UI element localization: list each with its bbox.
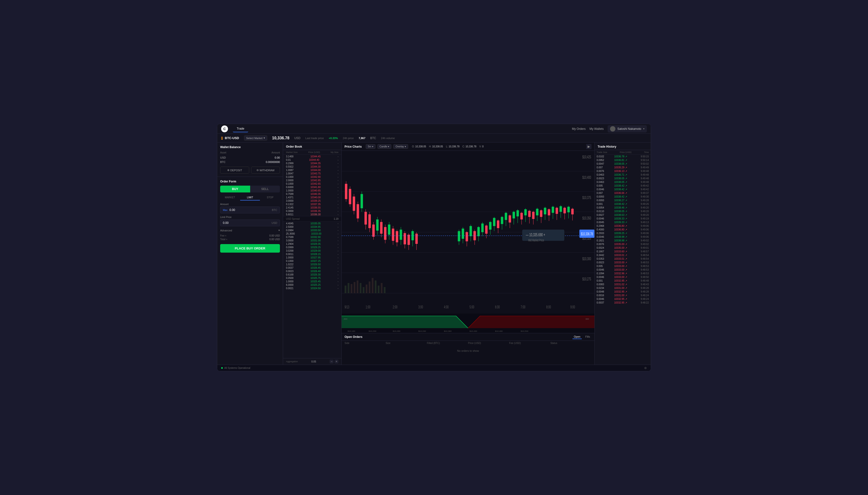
table-row[interactable]: 25.300010333.00- xyxy=(283,232,341,235)
app-logo[interactable]: C xyxy=(221,125,228,132)
select-market-btn[interactable]: Select Market ▾ xyxy=(244,135,267,140)
amount-input[interactable] xyxy=(229,208,272,212)
table-row[interactable]: 2.000010342.85- xyxy=(283,178,341,182)
table-row[interactable]: 0.099910329.25- xyxy=(283,245,341,249)
place-buy-order-button[interactable]: PLACE BUY ORDER xyxy=(220,244,280,253)
sell-tab[interactable]: SELL xyxy=(250,186,280,192)
svg-rect-107 xyxy=(512,212,515,219)
order-book-panel: Order Book Market Size Price (USD) My Si… xyxy=(283,142,342,365)
trade-time: 9:48:24 xyxy=(637,294,649,297)
trade-price: 10335.00 ↗ xyxy=(614,246,633,249)
table-row[interactable]: 1.000010325.45- xyxy=(283,280,341,283)
table-row[interactable]: 1.000010327.95- xyxy=(283,256,341,259)
wallet-amount-usd: 0.00 xyxy=(275,156,280,159)
trade-price: 10338.46 ↗ xyxy=(614,206,633,209)
table-row[interactable]: 3.026810329.00- xyxy=(283,249,341,252)
table-row[interactable]: 0.100010327.25- xyxy=(283,259,341,262)
buy-tab[interactable]: BUY xyxy=(220,186,250,192)
table-row[interactable]: 0.299910344.35- xyxy=(283,161,341,165)
my-wallets-link[interactable]: My Wallets xyxy=(590,127,604,131)
withdraw-button[interactable]: ⊖ WITHDRAW xyxy=(251,167,280,174)
table-row[interactable]: 0.592210344.30- xyxy=(283,165,341,168)
chevron-down-icon: ▾ xyxy=(405,145,406,148)
trade-price: 10333.00 ↗ xyxy=(614,276,633,278)
deposit-button[interactable]: ⊕ DEPOSIT xyxy=(220,167,249,174)
svg-rect-121 xyxy=(540,210,542,217)
open-orders-tabs: Open Fills xyxy=(573,335,591,339)
wallet-col-asset: Asset xyxy=(220,151,226,154)
depth-svg: -300 300 $10,180 $10,230 $10,280 $10,330… xyxy=(342,313,594,333)
table-row[interactable]: 1.022210326.50- xyxy=(283,262,341,266)
chart-svg: $10,425 $10,400 $10,375 $10,350 $10,336.… xyxy=(342,151,594,313)
trade-size: 0.0046 xyxy=(596,236,610,238)
table-row[interactable]: 2.414510336.55- xyxy=(283,206,341,209)
svg-rect-73 xyxy=(407,235,410,245)
my-orders-link[interactable]: My Orders xyxy=(572,127,586,131)
trade-price: 10338.42 ↗ xyxy=(614,203,633,205)
table-row[interactable]: 0.002110324.50- xyxy=(283,287,341,290)
trade-time: 9:48:54 xyxy=(637,254,649,257)
table-row[interactable]: 5.601110336.30- xyxy=(283,213,341,216)
limit-price-wrap: USD xyxy=(220,220,280,226)
table-row[interactable]: 3.140010344.45- xyxy=(283,155,341,158)
open-orders-title: Open Orders xyxy=(345,335,362,339)
table-row[interactable]: 0.132210337.35- xyxy=(283,202,341,206)
trade-size: 0.1667 xyxy=(596,250,610,253)
trade-price: 10336.80 ↗ xyxy=(614,228,633,231)
table-row[interactable]: 0.098410333.50- xyxy=(283,228,341,232)
market-tab[interactable]: MARKET xyxy=(220,195,240,201)
stop-tab[interactable]: STOP xyxy=(260,195,280,201)
table-row[interactable]: 1.000010340.65- xyxy=(283,189,341,192)
list-item: 0.0046 10333.00 ↗ 9:48:50 xyxy=(595,275,651,279)
table-row[interactable]: 4.404510335.05- xyxy=(283,222,341,225)
table-row[interactable]: 0.759910332.90- xyxy=(283,235,341,239)
table-row[interactable]: 0.759910340.35- xyxy=(283,192,341,195)
nav-tab-trade[interactable]: Trade xyxy=(233,125,248,132)
top-nav: C Trade My Orders My Wallets Satoshi Nak… xyxy=(217,124,651,134)
svg-text:4:00: 4:00 xyxy=(444,305,448,309)
list-item: 0.0463 10336.71 ↗ 9:49:48 xyxy=(595,173,651,176)
fills-tab[interactable]: Fills xyxy=(584,335,591,339)
table-row[interactable]: 3.000010339.25- xyxy=(283,199,341,202)
table-row[interactable]: 0.003710326.45- xyxy=(283,266,341,269)
table-row[interactable]: 1.437110340.00- xyxy=(283,195,341,199)
timeframe-select[interactable]: 5m ▾ xyxy=(366,144,376,149)
table-row[interactable]: 0.050010325.75- xyxy=(283,276,341,280)
table-row[interactable]: 6.000010325.25- xyxy=(283,283,341,287)
table-row[interactable]: 0.600010341.80- xyxy=(283,185,341,189)
list-item: 0.3442 10333.01 ↗ 9:48:54 xyxy=(595,253,651,257)
wallet-actions: ⊕ DEPOSIT ⊖ WITHDRAW xyxy=(220,167,280,174)
chart-scroll-right-button[interactable]: ▶ xyxy=(586,144,591,149)
table-row[interactable]: 0.616810326.30- xyxy=(283,273,341,276)
trade-size: 0.007 xyxy=(596,166,610,169)
table-row[interactable]: 1.008710344.00- xyxy=(283,168,341,172)
table-row[interactable]: 0.300010336.35- xyxy=(283,209,341,213)
limit-tab[interactable]: LIMIT xyxy=(240,195,260,201)
agg-increase-button[interactable]: + xyxy=(334,360,339,363)
table-row[interactable]: 0.0110344.40- xyxy=(283,158,341,161)
trade-time: 9:50:15 xyxy=(637,155,649,158)
settings-icon[interactable]: ⚙ xyxy=(644,366,647,370)
list-item: 0.0016 10331.00 ↗ 9:48:24 xyxy=(595,293,651,297)
table-row[interactable]: 0.001110328.15- xyxy=(283,252,341,256)
table-row[interactable]: 0.002310326.40- xyxy=(283,269,341,273)
trade-price: 10331.02 ↗ xyxy=(614,283,633,286)
table-row[interactable]: 3.000010331.00- xyxy=(283,239,341,242)
chart-type-select[interactable]: Candle ▾ xyxy=(377,144,392,149)
aggregation-label: Aggregation xyxy=(286,360,298,363)
open-tab[interactable]: Open xyxy=(573,335,582,339)
table-row[interactable]: 1.290410329.35- xyxy=(283,242,341,245)
table-row[interactable]: 0.100010342.65- xyxy=(283,182,341,185)
svg-rect-35 xyxy=(372,278,373,293)
trade-size: 0.0023 xyxy=(596,177,610,180)
table-row[interactable]: 2.500010334.95- xyxy=(283,225,341,228)
user-menu[interactable]: Satoshi Nakamoto ▾ xyxy=(608,125,647,133)
agg-decrease-button[interactable]: − xyxy=(330,360,333,363)
max-label[interactable]: Max xyxy=(223,209,228,211)
table-row[interactable]: 0.100010342.90- xyxy=(283,175,341,178)
limit-price-input[interactable] xyxy=(223,221,272,225)
overlay-select[interactable]: Overlay ▾ xyxy=(393,144,408,149)
th-col-price: Price (USD) xyxy=(620,151,632,153)
table-row[interactable]: 1.004710343.75- xyxy=(283,172,341,175)
advanced-toggle[interactable]: Advanced ▾ xyxy=(220,229,280,232)
